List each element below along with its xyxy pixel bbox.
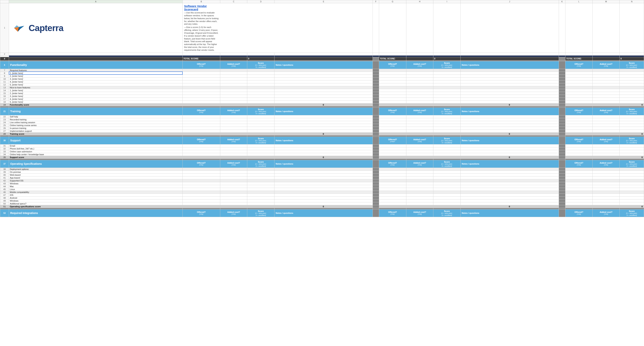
cell-L44[interactable]	[565, 185, 592, 188]
cell-I45[interactable]	[433, 188, 460, 191]
row-header-33[interactable]: 33	[0, 150, 9, 153]
cell-E45[interactable]	[274, 188, 373, 191]
cell-C33[interactable]	[220, 150, 247, 153]
cell-N8[interactable]	[620, 72, 644, 74]
cell-L49[interactable]	[565, 199, 592, 202]
cell-G15[interactable]	[379, 92, 406, 95]
cell-A32[interactable]: Phone (toll-free, 24/7 etc.)	[9, 147, 182, 150]
cell-M25[interactable]	[592, 124, 620, 127]
cell-N22[interactable]	[620, 115, 644, 118]
cell-M9[interactable]	[592, 74, 620, 77]
cell-r2[interactable]	[433, 53, 460, 55]
cell-N32[interactable]	[620, 147, 644, 150]
cell-L8[interactable]	[565, 72, 592, 74]
row-header-9[interactable]: 9	[0, 74, 9, 77]
cell-J14[interactable]	[460, 89, 559, 92]
cell-G38[interactable]	[379, 168, 406, 171]
cell-A12[interactable]: 5. [enter here]	[9, 83, 182, 86]
cell-N14[interactable]	[620, 89, 644, 92]
cell-D45[interactable]	[247, 188, 274, 191]
cell-A22[interactable]: Self help	[9, 115, 182, 118]
cell-E8[interactable]	[274, 72, 373, 74]
cell-L41[interactable]	[565, 176, 592, 179]
cell-I16[interactable]	[433, 95, 460, 97]
cell-M47[interactable]	[592, 194, 620, 196]
cell-L15[interactable]	[565, 92, 592, 95]
cell-H18[interactable]	[406, 100, 433, 103]
cell-H39[interactable]	[406, 171, 433, 173]
cell-M34[interactable]	[592, 153, 620, 156]
cell-D15[interactable]	[247, 92, 274, 95]
cell-N17[interactable]	[620, 97, 644, 100]
cell-L26[interactable]	[565, 127, 592, 129]
cell-M18[interactable]	[592, 100, 620, 103]
cell-M23[interactable]	[592, 118, 620, 121]
cell-N18[interactable]	[620, 100, 644, 103]
cell-L25[interactable]	[565, 124, 592, 127]
cell-B40[interactable]	[182, 173, 220, 176]
cell-G12[interactable]	[379, 83, 406, 86]
cell-C23[interactable]	[220, 118, 247, 121]
cell-N11[interactable]	[620, 80, 644, 83]
cell-D44[interactable]	[247, 185, 274, 188]
cell-H22[interactable]	[406, 115, 433, 118]
cell-D39[interactable]	[247, 171, 274, 173]
cell-N15[interactable]	[620, 92, 644, 95]
cell-r2[interactable]	[620, 53, 644, 55]
cell-D48[interactable]	[247, 196, 274, 199]
cell-C39[interactable]	[220, 171, 247, 173]
col-header-G[interactable]: G	[379, 0, 406, 3]
cell-G16[interactable]	[379, 95, 406, 97]
cell-L31[interactable]	[565, 144, 592, 147]
cell-D40[interactable]	[247, 173, 274, 176]
row-header-10[interactable]: 10	[0, 77, 9, 80]
cell-C16[interactable]	[220, 95, 247, 97]
cell-E40[interactable]	[274, 173, 373, 176]
cell-C38[interactable]	[220, 168, 247, 171]
cell-B34[interactable]	[182, 153, 220, 156]
cell-D13[interactable]	[247, 86, 274, 89]
cell-C34[interactable]	[220, 153, 247, 156]
cell-C40[interactable]	[220, 173, 247, 176]
cell-B12[interactable]	[182, 83, 220, 86]
cell-D27[interactable]	[247, 129, 274, 132]
cell-H49[interactable]	[406, 199, 433, 202]
cell-I26[interactable]	[433, 127, 460, 129]
cell-A15[interactable]: 2. [enter here]	[9, 92, 182, 95]
cell-J27[interactable]	[460, 129, 559, 132]
cell-J40[interactable]	[460, 173, 559, 176]
cell-I27[interactable]	[433, 129, 460, 132]
cell-G39[interactable]	[379, 171, 406, 173]
rh-sep[interactable]	[0, 106, 9, 107]
cell-G11[interactable]	[379, 80, 406, 83]
row-header-45[interactable]: 45	[0, 188, 9, 191]
cell-H41[interactable]	[406, 176, 433, 179]
cell-B49[interactable]	[182, 199, 220, 202]
cell-A34[interactable]: Online help center / knowledge base	[9, 153, 182, 156]
cell-M16[interactable]	[592, 95, 620, 97]
cell-G50[interactable]	[379, 202, 406, 205]
cell-I38[interactable]	[433, 168, 460, 171]
row-header-47[interactable]: 47	[0, 194, 9, 196]
cell-L34[interactable]	[565, 153, 592, 156]
cell-I7[interactable]	[433, 69, 460, 72]
cell-I50[interactable]	[433, 202, 460, 205]
cell-A46[interactable]: Mobile compatability:	[9, 191, 182, 194]
cell-H43[interactable]	[406, 182, 433, 185]
cell-A41[interactable]: App-based	[9, 176, 182, 179]
cell-E48[interactable]	[274, 196, 373, 199]
cell-L14[interactable]	[565, 89, 592, 92]
cell-J32[interactable]	[460, 147, 559, 150]
cell-C42[interactable]	[220, 179, 247, 182]
cell-J16[interactable]	[460, 95, 559, 97]
cell-I14[interactable]	[433, 89, 460, 92]
rh-sep[interactable]	[0, 135, 9, 137]
cell-G41[interactable]	[379, 176, 406, 179]
cell-blank[interactable]	[372, 3, 379, 53]
cell-B39[interactable]	[182, 171, 220, 173]
rh-sep[interactable]	[0, 159, 9, 160]
cell-H38[interactable]	[406, 168, 433, 171]
cell-L10[interactable]	[565, 77, 592, 80]
cell-N31[interactable]	[620, 144, 644, 147]
cell-H42[interactable]	[406, 179, 433, 182]
